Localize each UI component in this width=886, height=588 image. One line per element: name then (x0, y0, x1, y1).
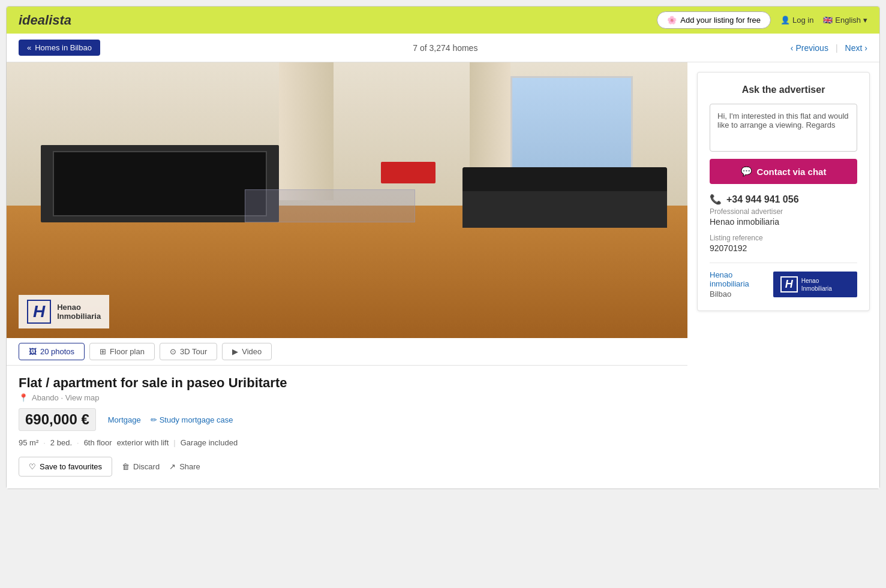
phone-icon: 📞 (710, 194, 722, 205)
user-icon: 👤 (780, 16, 790, 25)
photos-tab[interactable]: 🖼 20 photos (19, 343, 85, 360)
left-column: H Henao Inmobiliaria 🖼 20 photos ⊞ (7, 62, 687, 489)
mortgage-link[interactable]: Mortgage (108, 415, 141, 424)
advertiser-type-label: Professional advertiser (710, 207, 857, 216)
video-tab[interactable]: ▶ Video (222, 343, 272, 360)
lift-spec: exterior with lift (117, 438, 169, 447)
back-to-listing-button[interactable]: « Homes in Bilbao (19, 40, 100, 56)
flower-icon: 🌸 (667, 16, 677, 25)
trash-icon: 🗑 (122, 462, 130, 471)
mortgage-links: Mortgage ✏ Study mortgage case (108, 415, 233, 424)
main-content: H Henao Inmobiliaria 🖼 20 photos ⊞ (7, 62, 879, 489)
red-ottoman (381, 162, 436, 184)
prev-next-nav: ‹ Previous | Next › (791, 43, 867, 53)
sofa-back (462, 167, 667, 191)
discard-button[interactable]: 🗑 Discard (122, 462, 160, 471)
agency-footer: Henao inmobiliaria Bilbao H Henao Inmobi… (710, 270, 857, 298)
chevron-down-icon: ▾ (863, 16, 867, 25)
site-logo: idealista (19, 13, 71, 28)
agency-logo-name: Henao Inmobiliaria (801, 277, 850, 293)
back-arrow-icon: « (27, 43, 31, 52)
page-count: 7 of 3,274 homes (413, 43, 477, 53)
coffee-table (245, 189, 415, 222)
image-tabs: 🖼 20 photos ⊞ Floor plan ⊙ 3D Tour ▶ Vid… (7, 338, 687, 366)
sofa (462, 167, 667, 228)
advertiser-card-title: Ask the advertiser (710, 85, 857, 95)
breadcrumb-bar: « Homes in Bilbao 7 of 3,274 homes ‹ Pre… (7, 34, 879, 62)
advertiser-name: Henao inmobiliaria (710, 217, 857, 227)
area-spec: 95 m² (19, 438, 38, 447)
share-icon: ↗ (169, 462, 176, 471)
beds-spec: 2 bed. (50, 438, 72, 447)
pencil-icon: ✏ (151, 415, 157, 424)
add-listing-button[interactable]: 🌸 Add your listing for free (657, 11, 771, 29)
curtain-left (279, 62, 334, 200)
location-pin-icon: 📍 (19, 393, 28, 402)
save-to-favourites-button[interactable]: ♡ Save to favourites (19, 457, 112, 477)
agency-link[interactable]: Henao inmobiliaria (710, 270, 773, 288)
floor-spec: 6th floor (84, 438, 112, 447)
agency-info: Henao inmobiliaria Bilbao (710, 270, 773, 298)
agency-logo-box: H Henao Inmobiliaria (773, 272, 857, 297)
next-button[interactable]: › (864, 43, 867, 53)
advertiser-card: Ask the advertiser Hi, I'm interested in… (697, 72, 870, 311)
agency-overlay-name2: Inmobiliaria (57, 312, 101, 321)
flag-icon: 🇬🇧 (823, 16, 833, 25)
agency-city: Bilbao (710, 290, 773, 298)
contact-chat-button[interactable]: 💬 Contact via chat (710, 159, 857, 184)
top-navigation: idealista 🌸 Add your listing for free 👤 … (7, 7, 879, 34)
study-mortgage-link[interactable]: ✏ Study mortgage case (151, 415, 233, 424)
right-column: Ask the advertiser Hi, I'm interested in… (687, 62, 879, 489)
phone-row: 📞 +34 944 941 056 (710, 194, 857, 205)
chat-icon: 💬 (741, 166, 752, 177)
video-icon: ▶ (232, 347, 238, 356)
next-label[interactable]: Next (845, 43, 863, 53)
prev-label[interactable]: Previous (795, 43, 828, 53)
property-price: 690,000 € (19, 408, 96, 431)
price-row: 690,000 € Mortgage ✏ Study mortgage case (19, 408, 675, 431)
property-location: 📍 Abando · View map (19, 393, 675, 402)
agency-overlay-name: Henao (57, 303, 101, 312)
property-title: Flat / apartment for sale in paseo Uribi… (19, 375, 675, 391)
floor-plan-icon: ⊞ (100, 347, 106, 356)
action-buttons: ♡ Save to favourites 🗑 Discard ↗ Share (19, 457, 675, 477)
language-selector[interactable]: 🇬🇧 English ▾ (823, 16, 867, 25)
heart-icon: ♡ (29, 462, 36, 471)
property-details: Flat / apartment for sale in paseo Uribi… (7, 366, 687, 477)
tour-icon: ⊙ (170, 347, 176, 356)
agency-initial: H (27, 300, 51, 324)
property-specs: 95 m² · 2 bed. · 6th floor exterior with… (19, 438, 675, 447)
tour-3d-tab[interactable]: ⊙ 3D Tour (160, 343, 217, 360)
tv-unit (41, 145, 279, 222)
phone-number[interactable]: +34 944 941 056 (726, 194, 799, 205)
message-box[interactable]: Hi, I'm interested in this flat and woul… (710, 104, 857, 152)
image-icon: 🖼 (29, 347, 37, 356)
card-divider (710, 263, 857, 263)
share-button[interactable]: ↗ Share (169, 462, 200, 471)
floor-plan-tab[interactable]: ⊞ Floor plan (89, 343, 155, 360)
agency-logo-overlay: H Henao Inmobiliaria (19, 295, 109, 328)
login-link[interactable]: 👤 Log in (780, 16, 813, 25)
property-image: H Henao Inmobiliaria (7, 62, 687, 338)
nav-right: 🌸 Add your listing for free 👤 Log in 🇬🇧 … (657, 11, 867, 29)
listing-ref-value: 92070192 (710, 243, 857, 253)
prev-button[interactable]: ‹ (791, 43, 794, 53)
listing-ref-label: Listing reference (710, 234, 857, 242)
agency-logo-initial: H (780, 276, 798, 293)
tv-screen (53, 151, 268, 216)
garage-spec: Garage included (181, 438, 238, 447)
